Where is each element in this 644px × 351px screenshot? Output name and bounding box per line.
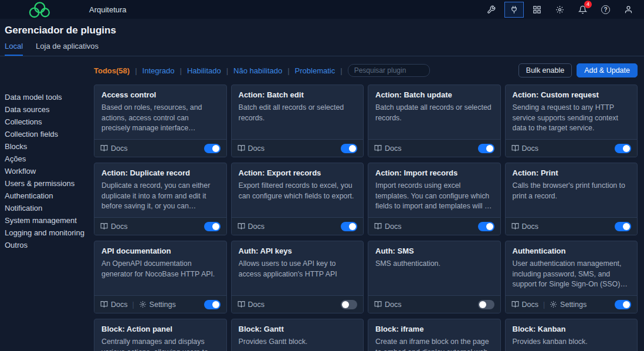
sidebar-item[interactable]: Authentication bbox=[5, 190, 94, 202]
plugin-title: Action: Import records bbox=[375, 168, 493, 177]
enable-toggle[interactable] bbox=[341, 222, 357, 231]
tab-local[interactable]: Local bbox=[5, 42, 23, 56]
plugin-description: Based on roles, resources, and actions, … bbox=[101, 103, 219, 134]
filter-link[interactable]: Integrado bbox=[130, 66, 174, 75]
filter-link[interactable]: Não habilitado bbox=[221, 66, 283, 75]
docs-link[interactable]: Docs bbox=[100, 222, 127, 231]
docs-link[interactable]: Docs bbox=[511, 301, 538, 309]
enable-toggle[interactable] bbox=[615, 300, 631, 309]
help-icon[interactable]: ? bbox=[596, 2, 615, 18]
docs-link[interactable]: Docs bbox=[374, 144, 401, 153]
sidebar-item[interactable]: System management bbox=[5, 214, 94, 227]
docs-link[interactable]: Docs bbox=[511, 222, 538, 231]
sidebar-item[interactable]: Data sources bbox=[5, 103, 94, 116]
docs-link[interactable]: Docs bbox=[100, 301, 127, 309]
filter-link[interactable]: Habilitado bbox=[174, 66, 221, 75]
plugin-card-footer: Docs bbox=[232, 295, 364, 313]
docs-label: Docs bbox=[385, 222, 401, 231]
enable-toggle[interactable] bbox=[615, 222, 631, 231]
docs-icon bbox=[100, 301, 108, 308]
plugin-card: API documentation An OpenAPI documentati… bbox=[94, 241, 227, 313]
sidebar-item[interactable]: Notification bbox=[5, 202, 94, 214]
plugin-description: Import records using excel templates. Yo… bbox=[375, 181, 493, 212]
docs-link[interactable]: Docs bbox=[238, 144, 265, 153]
sidebar-item[interactable]: Data model tools bbox=[5, 91, 94, 103]
settings-link[interactable]: Settings bbox=[550, 301, 587, 309]
tools-icon[interactable] bbox=[482, 2, 501, 18]
enable-toggle[interactable] bbox=[478, 144, 494, 153]
docs-label: Docs bbox=[385, 144, 401, 153]
enable-toggle[interactable] bbox=[341, 300, 357, 309]
app-title[interactable]: Arquitetura bbox=[89, 5, 127, 14]
docs-icon bbox=[100, 144, 108, 152]
sidebar-item[interactable]: Collection fields bbox=[5, 128, 94, 140]
plugin-title: API documentation bbox=[101, 247, 219, 255]
docs-link[interactable]: Docs bbox=[374, 222, 401, 231]
plugin-description: Batch edit all records or selected recor… bbox=[239, 103, 357, 123]
plugin-card-footer: Docs bbox=[232, 217, 364, 235]
filter-link[interactable]: Todos(58) bbox=[94, 66, 130, 75]
sidebar-item[interactable]: Outros bbox=[5, 239, 94, 251]
plugin-description: User authentication management, includin… bbox=[513, 259, 631, 290]
plugin-toolbar: Todos(58) Integrado Habilitado Não habil… bbox=[94, 63, 638, 77]
search-input[interactable] bbox=[348, 64, 430, 77]
notifications-bell-icon[interactable]: 4 bbox=[573, 2, 592, 18]
docs-link[interactable]: Docs bbox=[238, 301, 265, 309]
docs-icon bbox=[511, 301, 519, 308]
sidebar-item[interactable]: Collections bbox=[5, 116, 94, 128]
docs-link[interactable]: Docs bbox=[374, 301, 401, 309]
tab-app-store[interactable]: Loja de aplicativos bbox=[36, 42, 99, 56]
plugin-title: Auth: SMS bbox=[375, 247, 493, 255]
filter-link[interactable]: Problematic bbox=[282, 66, 335, 75]
user-icon[interactable] bbox=[619, 2, 638, 18]
nocobase-logo[interactable] bbox=[26, 1, 53, 19]
apps-grid-icon[interactable] bbox=[527, 2, 547, 18]
plugin-description: Centrally manages and displays various a… bbox=[101, 337, 219, 351]
enable-toggle[interactable] bbox=[478, 222, 494, 231]
plugin-card-body: Action: Import records Import records us… bbox=[368, 163, 500, 217]
enable-toggle[interactable] bbox=[341, 144, 357, 153]
sidebar-item[interactable]: Workflow bbox=[5, 165, 94, 177]
docs-link[interactable]: Docs bbox=[238, 222, 265, 231]
enable-toggle[interactable] bbox=[478, 300, 494, 309]
docs-link[interactable]: Docs bbox=[511, 144, 538, 153]
plugin-manager-icon[interactable] bbox=[504, 2, 524, 18]
sidebar-item[interactable]: Users & permissions bbox=[5, 177, 94, 190]
enable-toggle[interactable] bbox=[615, 144, 631, 153]
plugin-card: Block: Gantt Provides Gantt block. Docs bbox=[231, 319, 364, 351]
sidebar-item[interactable]: Blocks bbox=[5, 140, 94, 153]
plugin-description: Allows users to use API key to access ap… bbox=[239, 259, 357, 279]
plugin-card-footer: Docs bbox=[94, 217, 226, 235]
notification-badge: 4 bbox=[584, 1, 592, 8]
footer-divider: | bbox=[132, 301, 134, 309]
enable-toggle[interactable] bbox=[204, 300, 221, 309]
plugin-description: Provides Gantt block. bbox=[239, 337, 357, 347]
enable-toggle[interactable] bbox=[204, 144, 221, 153]
enable-toggle[interactable] bbox=[204, 222, 221, 231]
docs-link[interactable]: Docs bbox=[100, 144, 127, 153]
toolbar-buttons: Bulk enable Add & Update bbox=[518, 63, 638, 77]
gear-icon bbox=[550, 301, 557, 308]
plugin-card-body: Block: Action panel Centrally manages an… bbox=[94, 319, 226, 351]
bulk-enable-button[interactable]: Bulk enable bbox=[518, 63, 572, 77]
page-title: Gerenciador de plugins bbox=[5, 25, 644, 36]
settings-gear-icon[interactable] bbox=[550, 2, 570, 18]
sidebar-item[interactable]: Logging and monitoring bbox=[5, 227, 94, 239]
plugin-card: Action: Batch edit Batch edit all record… bbox=[231, 85, 364, 157]
plugin-card-footer: Docs | Settings bbox=[94, 295, 226, 313]
plugin-description: Batch update all records or selected rec… bbox=[375, 103, 493, 123]
question-mark-icon: ? bbox=[601, 5, 610, 14]
settings-link[interactable]: Settings bbox=[139, 301, 176, 309]
sidebar-item[interactable]: Ações bbox=[5, 153, 94, 165]
docs-icon bbox=[238, 222, 245, 230]
plugin-card: Action: Batch update Batch update all re… bbox=[368, 85, 501, 157]
plugin-description: Calls the browser's print function to pr… bbox=[513, 181, 631, 201]
add-update-button[interactable]: Add & Update bbox=[577, 63, 638, 77]
docs-icon bbox=[374, 222, 382, 230]
docs-icon bbox=[374, 144, 382, 152]
plugin-description: Duplicate a record, you can either dupli… bbox=[101, 181, 219, 212]
tabs: Local Loja de aplicativos bbox=[5, 42, 644, 56]
docs-label: Docs bbox=[385, 301, 401, 309]
plugin-title: Action: Export records bbox=[239, 168, 357, 177]
main-panel: Todos(58) Integrado Habilitado Não habil… bbox=[94, 63, 638, 351]
